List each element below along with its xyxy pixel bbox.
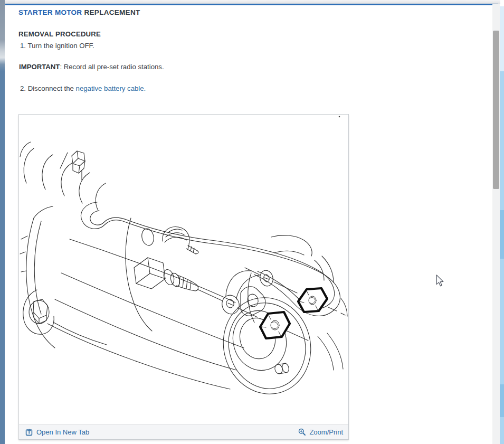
starter-motor-drawing — [19, 115, 348, 424]
figure-toolbar: Open In New Tab Zoom/Print — [19, 424, 348, 439]
vertical-scrollbar[interactable] — [492, 4, 500, 444]
zoom-print-label: Zoom/Print — [309, 428, 343, 436]
important-note: IMPORTANT: Record all pre-set radio stat… — [19, 63, 164, 71]
step-2: 2. Disconnect the negative battery cable… — [20, 84, 146, 92]
important-text: : Record all pre-set radio stations. — [60, 63, 164, 71]
scrollbar-thumb[interactable] — [493, 31, 499, 189]
open-in-new-tab-label: Open In New Tab — [36, 428, 89, 436]
page-title: STARTER MOTOR REPLACEMENT — [18, 8, 140, 16]
step-1: 1. Turn the ignition OFF. — [20, 42, 94, 50]
negative-battery-cable-link[interactable]: negative battery cable. — [76, 84, 146, 92]
page-title-link[interactable]: STARTER MOTOR — [18, 8, 82, 16]
right-panel-edge — [500, 6, 504, 444]
removal-procedure-heading: REMOVAL PROCEDURE — [18, 30, 101, 38]
figure-frame: Open In New Tab Zoom/Print — [18, 114, 349, 440]
article: STARTER MOTOR REPLACEMENT REMOVAL PROCED… — [0, 0, 500, 444]
page-title-rest: REPLACEMENT — [84, 8, 140, 16]
starter-motor-illustration[interactable] — [19, 115, 348, 424]
right-edge-dark-segment-1 — [500, 210, 504, 259]
important-label: IMPORTANT — [19, 63, 60, 71]
open-in-new-tab-icon — [25, 428, 33, 436]
zoom-in-icon — [298, 428, 306, 436]
right-edge-dark-segment-2 — [500, 384, 504, 417]
zoom-print-button[interactable]: Zoom/Print — [298, 428, 343, 436]
right-edge-pale-segment — [500, 6, 504, 71]
open-in-new-tab-button[interactable]: Open In New Tab — [25, 428, 89, 436]
step-2-prefix: 2. Disconnect the — [20, 84, 76, 92]
